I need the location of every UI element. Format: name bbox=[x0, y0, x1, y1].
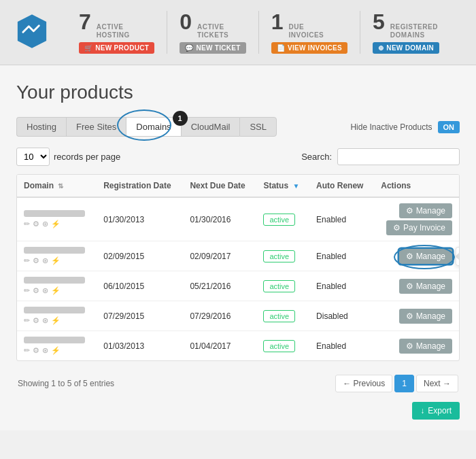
new-ticket-icon: 💬 bbox=[185, 44, 193, 52]
auto-renew-cell: Enabled bbox=[309, 241, 374, 271]
search-input[interactable] bbox=[337, 148, 460, 165]
domains-label: REGISTEREDDOMAINS bbox=[390, 23, 438, 39]
hosting-count: 7 bbox=[79, 11, 91, 33]
table-header-row: Domain ⇅ Registration Date Next Due Date… bbox=[17, 175, 459, 197]
edit-icon: ✏ bbox=[24, 346, 30, 355]
domain-cell: ✏ ⚙ ⊛ ⚡ bbox=[17, 241, 97, 271]
table-row: ✏ ⚙ ⊛ ⚡ 01/03/201301/04/2017activeEnable… bbox=[17, 331, 459, 361]
status-badge: active bbox=[263, 340, 295, 352]
link-icon: ⚙ bbox=[33, 286, 39, 295]
manage-button[interactable]: ⚙ ManageManage Invoice bbox=[399, 249, 452, 264]
status-badge: active bbox=[263, 250, 295, 262]
col-auto-renew: Auto Renew bbox=[309, 175, 374, 197]
actions-cell: ⚙ Manage bbox=[374, 271, 459, 301]
edit-icon: ✏ bbox=[24, 256, 30, 265]
share-icon: ⚡ bbox=[51, 316, 61, 325]
new-product-button[interactable]: 🛒 NEW PRODUCT bbox=[79, 42, 154, 54]
table-row: ✏ ⚙ ⊛ ⚡ 02/09/201502/09/2017activeEnable… bbox=[17, 241, 459, 271]
domains-tab-badge: 1 bbox=[173, 111, 188, 126]
tab-free-sites[interactable]: Free Sites bbox=[66, 117, 126, 137]
status-badge: active bbox=[263, 214, 295, 226]
status-sort-icon: ▼ bbox=[292, 182, 299, 190]
main-content: Your products Hosting Free Sites Domains… bbox=[0, 65, 476, 430]
auto-renew-cell: Disabled bbox=[309, 301, 374, 331]
hide-inactive-label: Hide Inactive Products bbox=[350, 122, 432, 132]
tab-hosting[interactable]: Hosting bbox=[16, 117, 66, 137]
reg-date-cell: 06/10/2015 bbox=[97, 271, 183, 301]
share-icon: ⚡ bbox=[51, 256, 61, 265]
manage-button[interactable]: ⚙ Manage bbox=[399, 339, 452, 354]
reg-date-cell: 01/03/2013 bbox=[97, 331, 183, 361]
share-icon: ⚡ bbox=[51, 346, 61, 355]
export-area: ↓ Export bbox=[16, 398, 460, 420]
showing-text: Showing 1 to 5 of 5 entries bbox=[18, 379, 114, 388]
manage-button[interactable]: ⚙ Manage bbox=[399, 309, 452, 324]
page-1-button[interactable]: 1 bbox=[394, 375, 414, 392]
tab-ssl[interactable]: SSL bbox=[239, 117, 277, 137]
tickets-label: ACTIVETICKETS bbox=[197, 23, 228, 39]
stat-invoices: 1 DUEINVOICES 📄 VIEW INVOICES bbox=[259, 11, 360, 54]
svg-marker-0 bbox=[18, 14, 46, 48]
new-ticket-button[interactable]: 💬 NEW TICKET bbox=[180, 42, 246, 54]
table-controls: 10 25 50 records per page Search: bbox=[16, 148, 460, 166]
view-invoices-icon: 📄 bbox=[277, 44, 285, 52]
due-date-cell: 07/29/2016 bbox=[183, 301, 256, 331]
export-label: Export bbox=[428, 406, 452, 415]
reg-date-cell: 07/29/2015 bbox=[97, 301, 183, 331]
new-product-icon: 🛒 bbox=[84, 44, 92, 52]
table-row: ✏ ⚙ ⊛ ⚡ 06/10/201505/21/2016activeEnable… bbox=[17, 271, 459, 301]
stats-group: 7 ACTIVEHOSTING 🛒 NEW PRODUCT 0 ACTIVETI… bbox=[67, 11, 462, 54]
settings-icon: ⊛ bbox=[42, 286, 48, 295]
table-row: ✏ ⚙ ⊛ ⚡ 07/29/201507/29/2016activeDisabl… bbox=[17, 301, 459, 331]
stat-hosting: 7 ACTIVEHOSTING 🛒 NEW PRODUCT bbox=[67, 11, 167, 54]
status-cell: active bbox=[256, 331, 309, 361]
status-badge: active bbox=[263, 310, 295, 322]
status-badge: active bbox=[263, 280, 295, 292]
domain-icons: ✏ ⚙ ⊛ ⚡ bbox=[24, 286, 90, 295]
domain-cell: ✏ ⚙ ⊛ ⚡ bbox=[17, 197, 97, 241]
domain-cell: ✏ ⚙ ⊛ ⚡ bbox=[17, 301, 97, 331]
export-icon: ↓ bbox=[420, 406, 424, 415]
prev-button[interactable]: ← Previous bbox=[335, 375, 392, 392]
new-domain-button[interactable]: ⊕ NEW DOMAIN bbox=[373, 42, 439, 54]
manage-button-circle-annotation bbox=[394, 245, 455, 269]
col-reg-date: Registration Date bbox=[97, 175, 183, 197]
next-button[interactable]: Next → bbox=[416, 375, 458, 392]
manage-button[interactable]: ⚙ Manage bbox=[399, 203, 452, 218]
settings-icon: ⊛ bbox=[42, 220, 48, 228]
domain-cell: ✏ ⚙ ⊛ ⚡ bbox=[17, 271, 97, 301]
settings-icon: ⊛ bbox=[42, 256, 48, 265]
manage-button[interactable]: ⚙ Manage bbox=[399, 279, 452, 294]
domain-cell: ✏ ⚙ ⊛ ⚡ bbox=[17, 331, 97, 361]
pay-invoice-button[interactable]: ⚙ Pay Invoice bbox=[386, 220, 452, 235]
tickets-count: 0 bbox=[180, 11, 192, 33]
table-row: ✏ ⚙ ⊛ ⚡ 01/30/201301/30/2016activeEnable… bbox=[17, 197, 459, 241]
link-icon: ⚙ bbox=[33, 256, 39, 265]
pagination: ← Previous 1 Next → bbox=[335, 375, 458, 392]
edit-icon: ✏ bbox=[24, 286, 30, 295]
tabs: Hosting Free Sites Domains 1 CloudMail S… bbox=[16, 117, 277, 137]
actions-cell: ⚙ ManageManage Invoice bbox=[374, 241, 459, 271]
gear-icon: ⚙ bbox=[406, 282, 413, 291]
toggle-on[interactable]: ON bbox=[438, 121, 460, 133]
domain-icons: ✏ ⚙ ⊛ ⚡ bbox=[24, 346, 90, 355]
status-cell: active bbox=[256, 241, 309, 271]
domains-count: 5 bbox=[373, 11, 385, 33]
export-button[interactable]: ↓ Export bbox=[412, 402, 460, 420]
due-date-cell: 02/09/2017 bbox=[183, 241, 256, 271]
tab-domains[interactable]: Domains 1 bbox=[126, 117, 180, 137]
stat-tickets: 0 ACTIVETICKETS 💬 NEW TICKET bbox=[167, 11, 259, 54]
tab-cloudmail[interactable]: CloudMail bbox=[181, 117, 240, 137]
gear-icon: ⚙ bbox=[406, 341, 413, 351]
col-domain: Domain ⇅ bbox=[17, 175, 97, 197]
page-title: Your products bbox=[16, 82, 460, 103]
logo bbox=[14, 13, 50, 52]
domain-sort-icon: ⇅ bbox=[58, 182, 63, 190]
link-icon: ⚙ bbox=[33, 316, 39, 325]
share-icon: ⚡ bbox=[51, 220, 61, 228]
settings-icon: ⊛ bbox=[42, 346, 48, 355]
auto-renew-cell: Enabled bbox=[309, 271, 374, 301]
view-invoices-button[interactable]: 📄 VIEW INVOICES bbox=[271, 42, 347, 54]
records-select-input[interactable]: 10 25 50 bbox=[16, 148, 50, 166]
header: 7 ACTIVEHOSTING 🛒 NEW PRODUCT 0 ACTIVETI… bbox=[0, 0, 476, 65]
